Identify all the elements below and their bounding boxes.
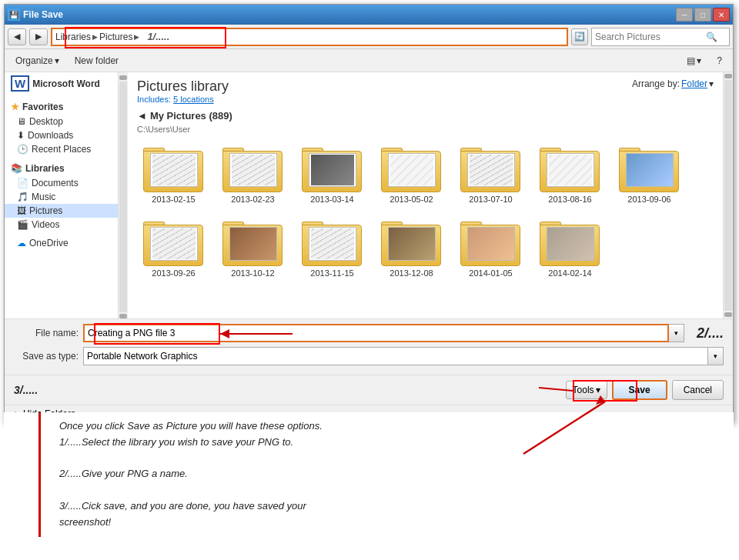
library-title: Pictures library — [137, 78, 229, 95]
word-icon: W — [11, 75, 29, 92]
sidebar-app-header[interactable]: W Microsoft Word — [5, 72, 118, 95]
address-libraries: Libraries ▶ — [55, 32, 98, 42]
arrange-by: Arrange by: Folder ▾ — [632, 78, 714, 89]
title-bar-controls: ─ □ ✕ — [676, 8, 730, 22]
red-vertical-line — [38, 412, 41, 537]
arrange-by-folder[interactable]: Folder — [681, 78, 707, 89]
search-box[interactable]: 🔍 — [591, 28, 730, 46]
content-area: Pictures library Includes: 5 locations A… — [128, 72, 723, 318]
close-button[interactable]: ✕ — [713, 8, 730, 22]
videos-icon: 🎬 — [17, 219, 28, 230]
save-as-row: Save as type: ▾ — [14, 347, 724, 365]
save-button[interactable]: Save — [612, 380, 667, 400]
folder-label-2: 2013-03-14 — [310, 195, 353, 205]
annotation-line1: Once you click Save as Picture you will … — [59, 418, 718, 435]
star-icon: ★ — [11, 102, 19, 112]
annotation-line5 — [59, 482, 718, 498]
music-icon: 🎵 — [17, 192, 28, 202]
sidebar-wrapper: W Microsoft Word ★ Favorites 🖥 Desktop ⬇… — [5, 72, 128, 318]
sidebar-item-desktop[interactable]: 🖥 Desktop — [5, 115, 118, 128]
search-input[interactable] — [595, 32, 703, 42]
address-bar[interactable]: Libraries ▶ Pictures ▶ 1/..... — [51, 28, 568, 46]
cancel-button[interactable]: Cancel — [672, 380, 724, 400]
folder-item-7[interactable]: 2013-09-26 — [137, 214, 210, 282]
file-name-row: File name: ▾ 2/.... — [14, 324, 724, 342]
library-subtitle[interactable]: Includes: 5 locations — [137, 95, 229, 104]
minimize-button[interactable]: ─ — [676, 8, 693, 22]
desktop-icon: 🖥 — [17, 116, 26, 127]
sidebar-favorites-header: ★ Favorites — [5, 99, 118, 115]
sidebar-item-downloads[interactable]: ⬇ Downloads — [5, 128, 118, 142]
sidebar-scrollbar[interactable] — [118, 72, 128, 318]
maximize-button[interactable]: □ — [694, 8, 711, 22]
content-scrollbar[interactable] — [723, 72, 733, 318]
locations-link[interactable]: 5 locations — [173, 95, 214, 104]
folder-label-5: 2013-08-16 — [548, 195, 591, 205]
recent-icon: 🕒 — [17, 144, 28, 155]
file-name-dropdown[interactable]: ▾ — [669, 324, 684, 342]
folder-label-3: 2013-05-02 — [390, 195, 433, 205]
folder-label-11: 2014-01-05 — [469, 268, 512, 278]
folder-item-1[interactable]: 2013-02-23 — [216, 140, 289, 208]
folder-item-0[interactable]: 2013-02-15 — [137, 140, 210, 208]
folder-item-12[interactable]: 2014-02-14 — [533, 214, 607, 282]
file-save-dialog: 💾 File Save ─ □ ✕ ◀ ▶ Libraries ▶ Pictur… — [4, 4, 734, 423]
annotation-line3 — [59, 451, 718, 467]
file-name-label: File name: — [14, 328, 83, 338]
folder-label-9: 2013-11-15 — [310, 268, 353, 278]
folder-item-8[interactable]: 2013-10-12 — [216, 214, 289, 282]
folder-item-10[interactable]: 2013-12-08 — [375, 214, 448, 282]
forward-button[interactable]: ▶ — [29, 28, 48, 45]
folder-label-6: 2013-09-06 — [627, 195, 670, 205]
title-bar-title: File Save — [23, 9, 63, 20]
help-button[interactable]: ? — [712, 54, 727, 68]
refresh-button[interactable]: 🔄 — [571, 28, 588, 45]
folder-label-8: 2013-10-12 — [231, 268, 274, 278]
sidebar-item-documents[interactable]: 📄 Documents — [5, 176, 118, 190]
folder-item-3[interactable]: 2013-05-02 — [375, 140, 448, 208]
folder-item-6[interactable]: 2013-09-06 — [613, 140, 686, 208]
title-bar-icon: 💾 — [8, 8, 20, 21]
view-button[interactable]: ▤ ▾ — [682, 54, 706, 68]
pictures-label: Pictures — [99, 32, 132, 42]
sidebar-item-pictures[interactable]: 🖼 Pictures — [5, 204, 118, 218]
tools-button[interactable]: Tools ▾ — [566, 381, 607, 399]
search-icon: 🔍 — [706, 32, 717, 42]
folder-item-2[interactable]: 2013-03-14 — [296, 140, 369, 208]
folder-item-4[interactable]: 2013-07-10 — [454, 140, 527, 208]
save-as-label: Save as type: — [14, 351, 83, 362]
folder-item-5[interactable]: 2013-08-16 — [533, 140, 607, 208]
title-bar: 💾 File Save ─ □ ✕ — [5, 5, 733, 25]
folder-item-11[interactable]: 2014-01-05 — [454, 214, 527, 282]
sidebar-item-recent-places[interactable]: 🕒 Recent Places — [5, 142, 118, 156]
save-as-input[interactable] — [83, 347, 708, 365]
path-label-3: 3/..... — [14, 384, 38, 396]
save-as-dropdown[interactable]: ▾ — [708, 347, 724, 365]
sidebar-item-music[interactable]: 🎵 Music — [5, 190, 118, 204]
file-name-input[interactable] — [83, 324, 669, 342]
sidebar: W Microsoft Word ★ Favorites 🖥 Desktop ⬇… — [5, 72, 118, 318]
folder-label-1: 2013-02-23 — [231, 195, 274, 205]
libraries-label: Libraries — [55, 32, 91, 42]
organize-button[interactable]: Organize ▾ — [11, 54, 64, 68]
folder-label-7: 2013-09-26 — [152, 268, 195, 278]
bottom-bar: File name: ▾ 2/.... Save as type: ▾ — [5, 318, 733, 375]
address-pictures: Pictures ▶ — [99, 32, 139, 42]
annotation-line4: 2/.....Give your PNG a name. — [59, 466, 718, 482]
onedrive-icon: ☁ — [17, 238, 26, 248]
new-folder-button[interactable]: New folder — [70, 54, 123, 68]
address-toolbar: ◀ ▶ Libraries ▶ Pictures ▶ 1/..... 🔄 🔍 — [5, 25, 733, 49]
main-area: W Microsoft Word ★ Favorites 🖥 Desktop ⬇… — [5, 72, 733, 318]
sidebar-libraries-header: 📚 Libraries — [5, 161, 118, 176]
annotation-line6: 3/.....Cick save, and you are done, you … — [59, 498, 718, 515]
annotation-area: Once you click Save as Picture you will … — [4, 412, 734, 537]
sidebar-item-onedrive[interactable]: ☁ OneDrive — [5, 236, 118, 250]
sidebar-item-videos[interactable]: 🎬 Videos — [5, 218, 118, 232]
folder-item-9[interactable]: 2013-11-15 — [296, 214, 369, 282]
toolbar2: Organize ▾ New folder ▤ ▾ ? — [5, 49, 733, 72]
library-header-icon: 📚 — [11, 163, 22, 174]
annotation-line7: screenshot! — [59, 515, 718, 531]
path-label-1: 1/..... — [147, 31, 169, 42]
back-button[interactable]: ◀ — [8, 28, 26, 45]
pictures-icon: 🖼 — [17, 205, 26, 216]
